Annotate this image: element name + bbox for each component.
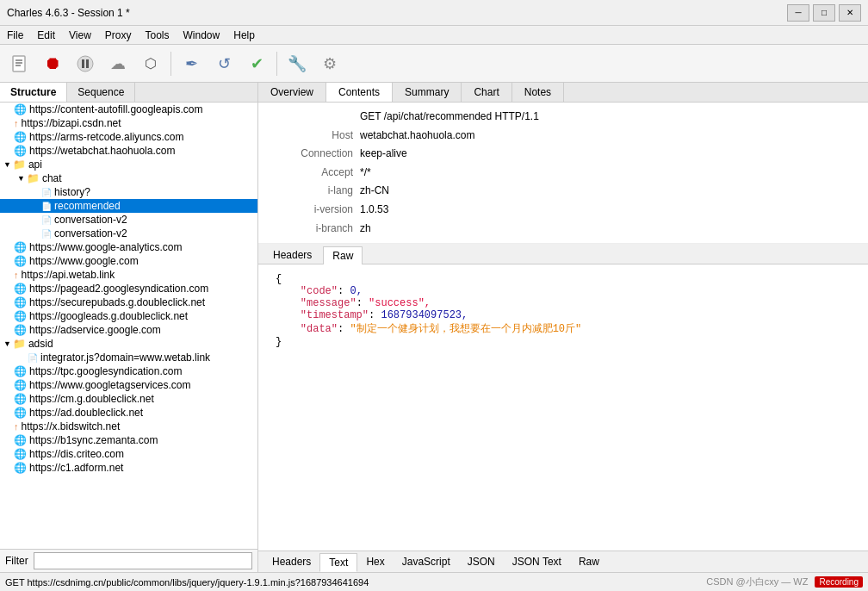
- repeat-button[interactable]: ↺: [209, 49, 239, 78]
- file-icon: 📄: [28, 353, 38, 363]
- menu-help[interactable]: Help: [226, 28, 262, 43]
- tree-item[interactable]: 🌐https://wetabchat.haohuola.com: [0, 144, 257, 158]
- tree-item[interactable]: 📄recommended: [0, 199, 257, 213]
- host-label: Host: [276, 127, 353, 146]
- tools-button[interactable]: 🔧: [282, 49, 312, 78]
- toolbar-sep-1: [170, 52, 171, 76]
- tree-item[interactable]: ▼ 📁adsid: [0, 337, 257, 351]
- throttle-button[interactable]: ☁: [103, 49, 133, 78]
- menu-window[interactable]: Window: [177, 28, 227, 43]
- globe-icon: 🌐: [14, 131, 27, 143]
- tree-item[interactable]: 🌐https://ad.doubleclick.net: [0, 406, 257, 420]
- filter-bar: Filter: [0, 549, 257, 572]
- tree-item[interactable]: 📄conversation-v2: [0, 227, 257, 240]
- tree-item-label: https://ad.doubleclick.net: [29, 407, 143, 419]
- bottom-tab-headers[interactable]: Headers: [264, 553, 319, 572]
- menu-edit[interactable]: Edit: [30, 28, 62, 43]
- tab-notes[interactable]: Notes: [512, 83, 564, 102]
- tree-item[interactable]: ↑https://x.bidswitch.net: [0, 420, 257, 433]
- folder-icon: 📁: [13, 159, 26, 171]
- tree-item-label: https://www.google.com: [29, 255, 139, 267]
- svg-rect-6: [86, 59, 89, 68]
- tree-item[interactable]: ▼ 📁chat: [0, 171, 257, 185]
- bottom-tabs: Headers Text Hex JavaScript JSON JSON Te…: [258, 551, 868, 572]
- filter-input[interactable]: [34, 552, 252, 569]
- tree-item[interactable]: 📄integrator.js?domain=www.wetab.link: [0, 351, 257, 364]
- tree-item-label: https://arms-retcode.aliyuncs.com: [29, 131, 183, 143]
- minimize-button[interactable]: ─: [787, 4, 809, 22]
- tree-item[interactable]: 🌐https://cm.g.doubleclick.net: [0, 392, 257, 406]
- tree-item-label: https://pagead2.googlesyndication.com: [29, 283, 208, 295]
- tab-sequence[interactable]: Sequence: [67, 83, 135, 102]
- tree-item[interactable]: ↑https://bizapi.csdn.net: [0, 116, 257, 130]
- json-line: "code": 0,: [276, 285, 851, 297]
- menu-view[interactable]: View: [62, 28, 98, 43]
- tree-item[interactable]: 🌐https://www.google-analytics.com: [0, 240, 257, 254]
- bottom-tab-json[interactable]: JSON: [459, 553, 504, 572]
- bottom-tab-javascript[interactable]: JavaScript: [394, 553, 459, 572]
- compose-button[interactable]: ✒: [177, 49, 206, 78]
- statusbar-text: GET https://csdnimg.cn/public/common/lib…: [5, 577, 369, 588]
- globe-icon: 🌐: [14, 462, 27, 474]
- ibranch-value: zh: [360, 220, 371, 239]
- validate-button[interactable]: ✔: [242, 49, 271, 78]
- tree-item[interactable]: ↑https://api.wetab.link: [0, 268, 257, 282]
- tree-item[interactable]: 🌐https://b1sync.zemanta.com: [0, 433, 257, 447]
- tree-item-label: conversation-v2: [54, 227, 127, 240]
- tree-item[interactable]: 🌐https://c1.adform.net: [0, 461, 257, 475]
- globe-icon: 🌐: [14, 393, 27, 405]
- tree-item[interactable]: 🌐https://googleads.g.doubleclick.net: [0, 309, 257, 323]
- globe-icon: 🌐: [14, 365, 27, 377]
- tab-chart[interactable]: Chart: [462, 83, 512, 102]
- tree-item[interactable]: 🌐https://content-autofill.googleapis.com: [0, 103, 257, 116]
- tree-item[interactable]: 🌐https://www.google.com: [0, 254, 257, 268]
- tree-item[interactable]: 🌐https://adservice.google.com: [0, 323, 257, 337]
- tree-item-label: https://x.bidswitch.net: [22, 420, 121, 432]
- record-button[interactable]: ⏺: [38, 49, 67, 78]
- bottom-tab-hex[interactable]: Hex: [357, 553, 393, 572]
- menu-proxy[interactable]: Proxy: [98, 28, 139, 43]
- tree-item[interactable]: 🌐https://dis.criteo.com: [0, 447, 257, 461]
- expand-icon: ▼: [3, 160, 11, 169]
- bottom-tab-raw[interactable]: Raw: [570, 553, 608, 572]
- statusbar-right-text: CSDN @小白cxy — WZ: [706, 575, 808, 588]
- bottom-tab-json-text[interactable]: JSON Text: [504, 553, 570, 572]
- pause-button[interactable]: [71, 49, 100, 78]
- tree-item[interactable]: 🌐https://securepubads.g.doubleclick.net: [0, 296, 257, 309]
- file-icon: 📄: [41, 202, 52, 211]
- tree-item[interactable]: ▼ 📁api: [0, 158, 257, 171]
- tree-item-label: https://wetabchat.haohuola.com: [29, 145, 175, 157]
- tree-item[interactable]: 📄history?: [0, 185, 257, 199]
- accept-label: Accept: [276, 164, 353, 183]
- bottom-tab-text[interactable]: Text: [319, 553, 357, 572]
- tree-item[interactable]: 🌐https://tpc.googlesyndication.com: [0, 364, 257, 378]
- block-button[interactable]: ⬡: [136, 49, 165, 78]
- tree-item[interactable]: 🌐https://arms-retcode.aliyuncs.com: [0, 130, 257, 144]
- folder-icon: 📁: [27, 172, 40, 184]
- panel-tabs: Structure Sequence: [0, 83, 257, 103]
- sub-tab-raw[interactable]: Raw: [323, 246, 363, 264]
- tree-item[interactable]: 🌐https://www.googletagservices.com: [0, 378, 257, 392]
- globe-icon: 🌐: [14, 407, 27, 419]
- tab-summary[interactable]: Summary: [393, 83, 462, 102]
- method-label: [276, 108, 353, 127]
- svg-point-4: [78, 56, 93, 72]
- tree-item-label: https://dis.criteo.com: [29, 448, 124, 460]
- maximize-button[interactable]: □: [813, 4, 835, 22]
- tree-item-label: history?: [54, 186, 90, 198]
- close-button[interactable]: ✕: [839, 4, 861, 22]
- statusbar: GET https://csdnimg.cn/public/common/lib…: [0, 572, 868, 591]
- settings-button[interactable]: ⚙: [315, 49, 344, 78]
- tree-item-label: api: [28, 159, 42, 171]
- menu-tools[interactable]: Tools: [139, 28, 177, 43]
- sub-tab-headers[interactable]: Headers: [264, 246, 321, 264]
- tree-item[interactable]: 📄conversation-v2: [0, 213, 257, 227]
- menu-file[interactable]: File: [0, 28, 30, 43]
- file-icon: 📄: [41, 215, 52, 225]
- tab-overview[interactable]: Overview: [258, 83, 326, 102]
- new-session-button[interactable]: [5, 49, 34, 78]
- connection-value: keep-alive: [360, 145, 407, 164]
- tab-structure[interactable]: Structure: [0, 83, 67, 102]
- tree-item[interactable]: 🌐https://pagead2.googlesyndication.com: [0, 282, 257, 296]
- tab-contents[interactable]: Contents: [326, 83, 393, 102]
